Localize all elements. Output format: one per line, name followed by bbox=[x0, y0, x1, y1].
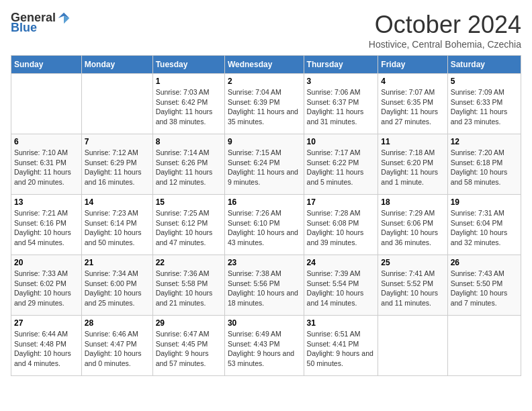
day-number: 22 bbox=[156, 258, 222, 267]
calendar-cell: 4Sunrise: 7:07 AM Sunset: 6:35 PM Daylig… bbox=[378, 74, 447, 134]
calendar-week-row: 20Sunrise: 7:33 AM Sunset: 6:02 PM Dayli… bbox=[11, 255, 521, 316]
day-of-week-header: Sunday bbox=[11, 56, 82, 74]
day-of-week-header: Friday bbox=[378, 56, 447, 74]
calendar-cell: 18Sunrise: 7:29 AM Sunset: 6:06 PM Dayli… bbox=[378, 195, 447, 255]
day-number: 25 bbox=[381, 258, 444, 267]
day-info: Sunrise: 7:06 AM Sunset: 6:37 PM Dayligh… bbox=[307, 87, 375, 127]
day-number: 21 bbox=[85, 258, 150, 267]
calendar-cell: 19Sunrise: 7:31 AM Sunset: 6:04 PM Dayli… bbox=[447, 195, 521, 255]
calendar-cell: 15Sunrise: 7:25 AM Sunset: 6:12 PM Dayli… bbox=[152, 195, 224, 255]
calendar-cell: 6Sunrise: 7:10 AM Sunset: 6:31 PM Daylig… bbox=[11, 134, 82, 195]
day-of-week-header: Saturday bbox=[447, 56, 521, 74]
day-number: 11 bbox=[381, 137, 444, 146]
day-number: 12 bbox=[451, 137, 518, 146]
calendar-cell: 9Sunrise: 7:15 AM Sunset: 6:24 PM Daylig… bbox=[224, 134, 304, 195]
day-of-week-header: Thursday bbox=[304, 56, 378, 74]
day-number: 18 bbox=[381, 197, 444, 207]
calendar-cell: 1Sunrise: 7:03 AM Sunset: 6:42 PM Daylig… bbox=[152, 74, 224, 134]
day-info: Sunrise: 6:49 AM Sunset: 4:43 PM Dayligh… bbox=[228, 329, 301, 369]
title-block: October 2024 Hostivice, Central Bohemia,… bbox=[369, 11, 521, 50]
calendar-cell: 7Sunrise: 7:12 AM Sunset: 6:29 PM Daylig… bbox=[81, 134, 152, 195]
calendar-header-row: SundayMondayTuesdayWednesdayThursdayFrid… bbox=[11, 56, 521, 74]
calendar-cell: 16Sunrise: 7:26 AM Sunset: 6:10 PM Dayli… bbox=[224, 195, 304, 255]
calendar-cell: 10Sunrise: 7:17 AM Sunset: 6:22 PM Dayli… bbox=[304, 134, 378, 195]
logo-blue-text: Blue bbox=[11, 21, 37, 35]
day-number: 27 bbox=[14, 318, 79, 328]
calendar-cell: 2Sunrise: 7:04 AM Sunset: 6:39 PM Daylig… bbox=[224, 74, 304, 134]
day-info: Sunrise: 7:17 AM Sunset: 6:22 PM Dayligh… bbox=[307, 148, 375, 187]
calendar-cell: 21Sunrise: 7:34 AM Sunset: 6:00 PM Dayli… bbox=[81, 255, 152, 316]
day-number: 26 bbox=[451, 258, 518, 267]
day-number: 20 bbox=[14, 258, 79, 267]
calendar-table: SundayMondayTuesdayWednesdayThursdayFrid… bbox=[11, 55, 521, 376]
day-number: 2 bbox=[228, 77, 301, 86]
logo: General Blue bbox=[11, 11, 71, 35]
calendar-cell: 14Sunrise: 7:23 AM Sunset: 6:14 PM Dayli… bbox=[81, 195, 152, 255]
calendar-cell: 12Sunrise: 7:20 AM Sunset: 6:18 PM Dayli… bbox=[447, 134, 521, 195]
day-number: 9 bbox=[228, 137, 301, 146]
day-info: Sunrise: 7:12 AM Sunset: 6:29 PM Dayligh… bbox=[85, 148, 150, 187]
day-info: Sunrise: 7:39 AM Sunset: 5:54 PM Dayligh… bbox=[307, 269, 375, 308]
calendar-cell bbox=[378, 316, 447, 376]
day-number: 14 bbox=[85, 197, 150, 207]
day-info: Sunrise: 7:26 AM Sunset: 6:10 PM Dayligh… bbox=[228, 208, 301, 248]
day-number: 8 bbox=[156, 137, 222, 146]
day-info: Sunrise: 6:51 AM Sunset: 4:41 PM Dayligh… bbox=[307, 329, 375, 369]
calendar-week-row: 1Sunrise: 7:03 AM Sunset: 6:42 PM Daylig… bbox=[11, 74, 521, 134]
day-info: Sunrise: 7:43 AM Sunset: 5:50 PM Dayligh… bbox=[451, 269, 518, 308]
page-header: General Blue October 2024 Hostivice, Cen… bbox=[11, 11, 521, 50]
day-info: Sunrise: 7:36 AM Sunset: 5:58 PM Dayligh… bbox=[156, 269, 222, 308]
calendar-cell bbox=[81, 74, 152, 134]
day-info: Sunrise: 7:09 AM Sunset: 6:33 PM Dayligh… bbox=[451, 87, 518, 127]
calendar-cell: 8Sunrise: 7:14 AM Sunset: 6:26 PM Daylig… bbox=[152, 134, 224, 195]
logo-icon bbox=[57, 11, 71, 25]
day-info: Sunrise: 7:15 AM Sunset: 6:24 PM Dayligh… bbox=[228, 148, 301, 187]
day-info: Sunrise: 7:21 AM Sunset: 6:16 PM Dayligh… bbox=[14, 208, 79, 248]
day-number: 19 bbox=[451, 197, 518, 207]
day-info: Sunrise: 7:07 AM Sunset: 6:35 PM Dayligh… bbox=[381, 87, 444, 127]
calendar-cell: 28Sunrise: 6:46 AM Sunset: 4:47 PM Dayli… bbox=[81, 316, 152, 376]
day-number: 6 bbox=[14, 137, 79, 146]
day-number: 17 bbox=[307, 197, 375, 207]
day-of-week-header: Wednesday bbox=[224, 56, 304, 74]
day-number: 31 bbox=[307, 318, 375, 328]
calendar-cell bbox=[447, 316, 521, 376]
day-of-week-header: Monday bbox=[81, 56, 152, 74]
calendar-cell: 11Sunrise: 7:18 AM Sunset: 6:20 PM Dayli… bbox=[378, 134, 447, 195]
day-info: Sunrise: 7:14 AM Sunset: 6:26 PM Dayligh… bbox=[156, 148, 222, 187]
calendar-cell: 13Sunrise: 7:21 AM Sunset: 6:16 PM Dayli… bbox=[11, 195, 82, 255]
calendar-cell: 5Sunrise: 7:09 AM Sunset: 6:33 PM Daylig… bbox=[447, 74, 521, 134]
day-number: 5 bbox=[451, 77, 518, 86]
day-info: Sunrise: 7:38 AM Sunset: 5:56 PM Dayligh… bbox=[228, 269, 301, 308]
day-number: 23 bbox=[228, 258, 301, 267]
day-number: 16 bbox=[228, 197, 301, 207]
day-info: Sunrise: 7:34 AM Sunset: 6:00 PM Dayligh… bbox=[85, 269, 150, 308]
calendar-cell: 17Sunrise: 7:28 AM Sunset: 6:08 PM Dayli… bbox=[304, 195, 378, 255]
day-info: Sunrise: 6:47 AM Sunset: 4:45 PM Dayligh… bbox=[156, 329, 222, 369]
day-number: 24 bbox=[307, 258, 375, 267]
day-info: Sunrise: 7:31 AM Sunset: 6:04 PM Dayligh… bbox=[451, 208, 518, 248]
month-title: October 2024 bbox=[369, 11, 521, 39]
calendar-cell: 23Sunrise: 7:38 AM Sunset: 5:56 PM Dayli… bbox=[224, 255, 304, 316]
day-info: Sunrise: 7:20 AM Sunset: 6:18 PM Dayligh… bbox=[451, 148, 518, 187]
calendar-cell: 27Sunrise: 6:44 AM Sunset: 4:48 PM Dayli… bbox=[11, 316, 82, 376]
day-info: Sunrise: 7:28 AM Sunset: 6:08 PM Dayligh… bbox=[307, 208, 375, 248]
calendar-cell: 25Sunrise: 7:41 AM Sunset: 5:52 PM Dayli… bbox=[378, 255, 447, 316]
day-number: 13 bbox=[14, 197, 79, 207]
day-info: Sunrise: 7:10 AM Sunset: 6:31 PM Dayligh… bbox=[14, 148, 79, 187]
day-info: Sunrise: 7:29 AM Sunset: 6:06 PM Dayligh… bbox=[381, 208, 444, 248]
day-info: Sunrise: 7:33 AM Sunset: 6:02 PM Dayligh… bbox=[14, 269, 79, 308]
calendar-week-row: 27Sunrise: 6:44 AM Sunset: 4:48 PM Dayli… bbox=[11, 316, 521, 376]
day-number: 7 bbox=[85, 137, 150, 146]
day-of-week-header: Tuesday bbox=[152, 56, 224, 74]
day-info: Sunrise: 7:25 AM Sunset: 6:12 PM Dayligh… bbox=[156, 208, 222, 248]
calendar-cell: 22Sunrise: 7:36 AM Sunset: 5:58 PM Dayli… bbox=[152, 255, 224, 316]
day-number: 29 bbox=[156, 318, 222, 328]
day-info: Sunrise: 7:04 AM Sunset: 6:39 PM Dayligh… bbox=[228, 87, 301, 127]
day-info: Sunrise: 7:23 AM Sunset: 6:14 PM Dayligh… bbox=[85, 208, 150, 248]
calendar-week-row: 13Sunrise: 7:21 AM Sunset: 6:16 PM Dayli… bbox=[11, 195, 521, 255]
day-info: Sunrise: 7:03 AM Sunset: 6:42 PM Dayligh… bbox=[156, 87, 222, 127]
calendar-cell: 20Sunrise: 7:33 AM Sunset: 6:02 PM Dayli… bbox=[11, 255, 82, 316]
calendar-cell: 3Sunrise: 7:06 AM Sunset: 6:37 PM Daylig… bbox=[304, 74, 378, 134]
calendar-cell: 31Sunrise: 6:51 AM Sunset: 4:41 PM Dayli… bbox=[304, 316, 378, 376]
